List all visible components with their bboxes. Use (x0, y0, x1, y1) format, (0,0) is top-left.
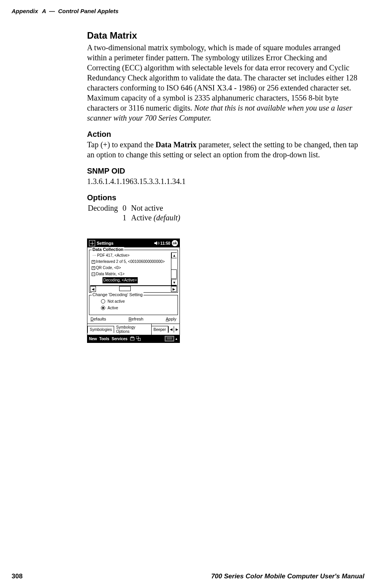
scroll-left-icon[interactable]: ◀ (90, 286, 96, 292)
action-paragraph: Tap (+) to expand the Data Matrix parame… (87, 140, 362, 160)
tree-label: PDF 417, <Active> (97, 253, 130, 257)
header-section: Control Panel Applets (58, 8, 118, 14)
titlebar: Settings 11:50 ok (87, 239, 179, 247)
bottom-bar: New Tools Services ▲ (87, 335, 179, 343)
radio-icon-checked[interactable] (101, 306, 105, 310)
options-row: 1 Active (default) (88, 213, 184, 222)
tab-beeper[interactable]: Beeper (152, 326, 168, 333)
options-param: Decoding (88, 204, 122, 213)
svg-rect-4 (166, 337, 173, 341)
tree-item-pdf417[interactable]: ⋯PDF 417, <Active> (92, 252, 170, 259)
options-label-1-pre: Active (131, 213, 154, 222)
page-content: Data Matrix A two-dimensional matrix sym… (87, 30, 362, 343)
device-screenshot: Settings 11:50 ok Data Collection ⋯PDF 4… (87, 239, 180, 343)
options-label-0: Not active (131, 204, 184, 213)
tree-collapse-icon[interactable]: − (92, 273, 95, 276)
tree-item-datamatrix[interactable]: −Data Matrix, <1> (92, 271, 170, 277)
menu-new[interactable]: New (89, 337, 97, 341)
tree-item-decoding[interactable]: Decoding, <Active> (92, 277, 170, 283)
tree-label: Data Matrix, <1> (96, 272, 125, 276)
refresh-button[interactable]: Refresh (128, 317, 144, 321)
menu-tools[interactable]: Tools (99, 337, 109, 341)
speaker-icon[interactable] (154, 240, 159, 246)
radio-not-active[interactable]: Not active (101, 299, 176, 303)
ok-button[interactable]: ok (172, 240, 178, 246)
keyboard-icon[interactable] (165, 336, 174, 341)
page-footer: 308 700 Series Color Mobile Computer Use… (12, 573, 364, 580)
action-heading: Action (87, 130, 362, 139)
section-intro-text: A two-dimensional matrix symbology, whic… (87, 43, 357, 112)
options-table: Decoding 0 Not active 1 Active (default) (87, 203, 185, 223)
horizontal-scrollbar[interactable]: ◀ ▶ (90, 286, 177, 291)
scroll-thumb[interactable] (119, 286, 131, 291)
options-value-1: 1 (123, 213, 130, 222)
tray-icon-1[interactable] (130, 336, 135, 341)
scroll-thumb[interactable] (171, 269, 177, 279)
apply-button[interactable]: Apply (165, 317, 177, 321)
options-row: Decoding 0 Not active (88, 204, 184, 213)
options-label-1-ital: (default) (154, 213, 180, 222)
snmp-heading: SNMP OID (87, 167, 362, 176)
tree-item-qrcode[interactable]: +QR Code, <0> (92, 265, 170, 271)
app-title: Settings (97, 241, 113, 245)
scroll-up-icon[interactable]: ▲ (171, 252, 177, 258)
keyboard-up-icon[interactable]: ▲ (175, 337, 178, 341)
scroll-right-icon[interactable]: ▶ (171, 286, 177, 292)
tab-left-icon[interactable]: ◀ (169, 326, 174, 332)
tree-label: Interleaved 2 of 5, <001006000000000> (96, 259, 165, 264)
radio-active[interactable]: Active (101, 306, 176, 310)
tab-scroll[interactable]: ◀ ▶ (168, 326, 179, 332)
footer-doc-title: 700 Series Color Mobile Computer User's … (211, 573, 364, 580)
snmp-value: 1.3.6.1.4.1.1963.15.3.3.1.1.34.1 (87, 176, 362, 186)
options-value-0: 0 (123, 204, 130, 213)
setting-legend: Change 'Decoding' Setting (92, 292, 144, 297)
scroll-down-icon[interactable]: ▼ (171, 280, 177, 285)
action-pre: Tap (+) to expand the (87, 140, 156, 149)
radio-label: Not active (108, 299, 125, 303)
tree-item-interleaved[interactable]: +Interleaved 2 of 5, <001006000000000> (92, 259, 170, 265)
tree-view[interactable]: ⋯PDF 417, <Active> +Interleaved 2 of 5, … (90, 252, 177, 286)
tray-icon-2[interactable] (136, 336, 141, 341)
radio-label: Active (108, 306, 118, 310)
options-label-1: Active (default) (131, 213, 184, 222)
page-number: 308 (12, 573, 22, 580)
start-icon[interactable] (89, 240, 95, 246)
appendix-letter: A (42, 8, 46, 14)
header-dash: — (49, 8, 55, 14)
options-heading: Options (87, 193, 362, 202)
group-legend: Data Collection (92, 247, 124, 252)
section-intro: A two-dimensional matrix symbology, whic… (87, 43, 362, 123)
data-collection-group: Data Collection ⋯PDF 417, <Active> +Inte… (89, 250, 178, 293)
defaults-button[interactable]: Defaults (90, 317, 107, 321)
section-title: Data Matrix (87, 30, 362, 41)
tab-symbology-options[interactable]: Symbology Options (114, 324, 151, 335)
menu-services[interactable]: Services (112, 337, 128, 341)
tree-label-selected: Decoding, <Active> (103, 277, 138, 283)
tab-right-icon[interactable]: ▶ (174, 326, 179, 332)
tab-symbologies[interactable]: Symbologies (87, 326, 114, 333)
tree-label: QR Code, <0> (96, 266, 121, 270)
clock: 11:50 (160, 241, 170, 245)
button-row: Defaults Refresh Apply (87, 317, 179, 324)
tree-expand-icon[interactable]: + (92, 260, 95, 264)
tree-expand-icon[interactable]: + (92, 266, 95, 270)
appendix-label: Appendix (12, 8, 38, 14)
change-setting-group: Change 'Decoding' Setting Not active Act… (89, 295, 178, 315)
action-bold: Data Matrix (156, 140, 197, 149)
running-header: Appendix A — Control Panel Applets (12, 8, 364, 14)
vertical-scrollbar[interactable]: ▲ ▼ (171, 252, 177, 285)
tree-glyph-leaf: ⋯ (92, 252, 97, 259)
radio-icon[interactable] (101, 299, 105, 303)
tab-strip: Symbologies Symbology Options Beeper ◀ ▶ (87, 324, 179, 335)
